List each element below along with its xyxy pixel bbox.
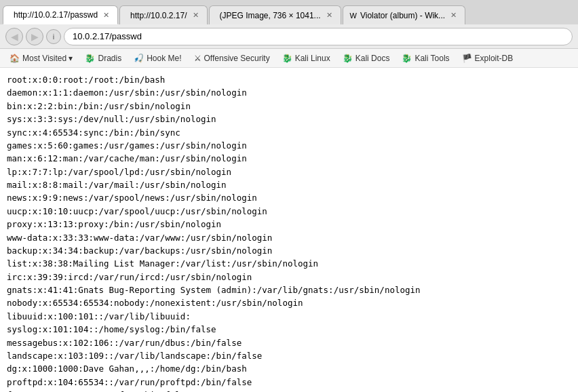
info-icon: i bbox=[53, 33, 54, 41]
offensive-security-icon: ⚔ bbox=[194, 54, 201, 63]
dradis-icon: 🐉 bbox=[85, 54, 95, 63]
hookme-icon: 🎣 bbox=[134, 54, 144, 63]
tab-favicon-4: W bbox=[350, 12, 357, 20]
page-content: root:x:0:0:root:/root:/bin/bash daemon:x… bbox=[0, 68, 578, 392]
tab-close-1[interactable]: ✕ bbox=[102, 11, 111, 20]
bookmark-label-1: Dradis bbox=[98, 54, 121, 63]
forward-icon: ▶ bbox=[31, 31, 39, 42]
bookmark-offensive-security[interactable]: ⚔ Offensive Security bbox=[189, 52, 275, 64]
passwd-file-content: root:x:0:0:root:/root:/bin/bash daemon:x… bbox=[7, 73, 571, 392]
bookmark-hookme[interactable]: 🎣 Hook Me! bbox=[128, 52, 187, 64]
bookmark-exploit-db[interactable]: 🏴 Exploit-DB bbox=[457, 52, 519, 64]
tab-bar: http://10.0.2.17/passwd ✕ http://10.0.2.… bbox=[0, 0, 578, 24]
tab-close-3[interactable]: ✕ bbox=[325, 11, 334, 20]
bookmark-label-2: Hook Me! bbox=[147, 54, 181, 63]
tab-label-4: Violator (album) - Wik... bbox=[360, 11, 445, 20]
tab-passwd[interactable]: http://10.0.2.17/passwd ✕ bbox=[3, 5, 118, 24]
bookmark-kali-linux[interactable]: 🐉 Kali Linux bbox=[277, 52, 336, 64]
most-visited-icon: 🏠 bbox=[9, 54, 20, 63]
bookmark-dradis[interactable]: 🐉 Dradis bbox=[79, 52, 127, 64]
kali-docs-icon: 🐉 bbox=[343, 54, 353, 63]
tab-label-2: http://10.0.2.17/ bbox=[130, 11, 187, 20]
tab-jpeg[interactable]: (JPEG Image, 736 × 1041... ✕ bbox=[209, 5, 341, 24]
bookmark-label-0: Most Visited ▾ bbox=[22, 54, 73, 63]
address-bar[interactable] bbox=[64, 28, 573, 45]
bookmarks-bar: 🏠 Most Visited ▾ 🐉 Dradis 🎣 Hook Me! ⚔ O… bbox=[0, 49, 578, 68]
bookmark-label-5: Kali Docs bbox=[355, 54, 390, 63]
back-button[interactable]: ◀ bbox=[5, 28, 23, 45]
tab-close-4[interactable]: ✕ bbox=[449, 11, 458, 20]
bookmark-label-6: Kali Tools bbox=[415, 54, 449, 63]
nav-bar: ◀ ▶ i bbox=[0, 24, 578, 49]
tab-wiki[interactable]: W Violator (album) - Wik... ✕ bbox=[343, 5, 466, 24]
back-icon: ◀ bbox=[11, 31, 18, 42]
info-button[interactable]: i bbox=[46, 29, 61, 44]
kali-linux-icon: 🐉 bbox=[282, 54, 292, 63]
exploit-db-icon: 🏴 bbox=[462, 54, 472, 63]
tab-root[interactable]: http://10.0.2.17/ ✕ bbox=[119, 5, 207, 24]
bookmark-label-7: Exploit-DB bbox=[475, 54, 514, 63]
bookmark-most-visited[interactable]: 🏠 Most Visited ▾ bbox=[4, 52, 78, 64]
bookmark-kali-docs[interactable]: 🐉 Kali Docs bbox=[337, 52, 396, 64]
bookmark-kali-tools[interactable]: 🐉 Kali Tools bbox=[396, 52, 455, 64]
forward-button[interactable]: ▶ bbox=[26, 28, 43, 45]
tab-label-3: (JPEG Image, 736 × 1041... bbox=[220, 11, 321, 20]
bookmark-label-4: Kali Linux bbox=[295, 54, 330, 63]
tab-label-1: http://10.0.2.17/passwd bbox=[14, 10, 98, 20]
bookmark-label-3: Offensive Security bbox=[204, 54, 270, 63]
kali-tools-icon: 🐉 bbox=[402, 54, 412, 63]
tab-close-2[interactable]: ✕ bbox=[191, 11, 200, 20]
